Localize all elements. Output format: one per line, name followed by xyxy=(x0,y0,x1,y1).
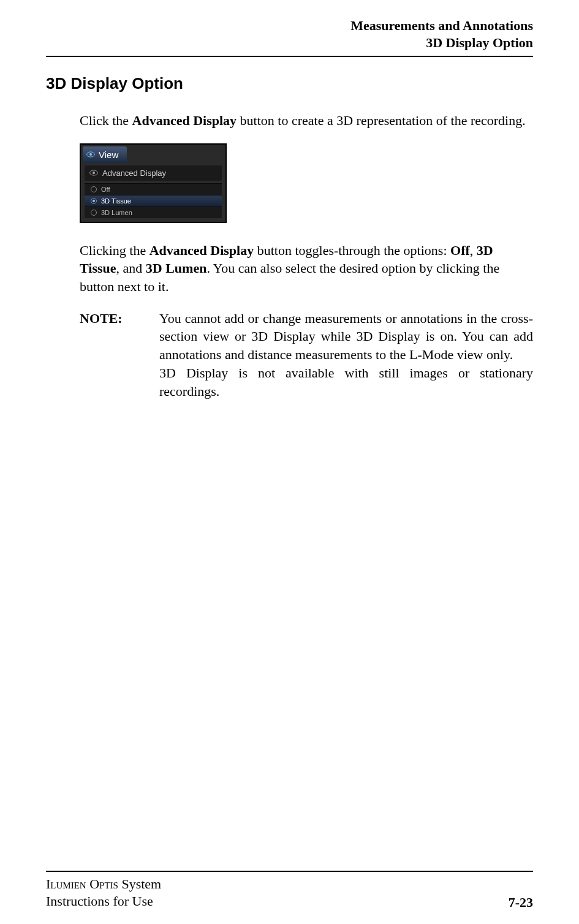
section-title: 3D Display Option xyxy=(46,74,533,93)
intro-bold: Advanced Display xyxy=(132,113,237,128)
eye-icon xyxy=(86,151,95,157)
toggle-paragraph: Clicking the Advanced Display button tog… xyxy=(80,241,533,296)
view-panel: View Advanced Display Off 3D Tissue xyxy=(80,143,227,223)
intro-post: button to create a 3D representation of … xyxy=(237,113,526,128)
option-off-label: Off xyxy=(101,186,110,193)
footer-left: Ilumien Optis System Instructions for Us… xyxy=(46,876,161,911)
footer-instructions-line: Instructions for Use xyxy=(46,893,161,911)
view-tab-label: View xyxy=(99,150,118,160)
svg-point-3 xyxy=(93,172,95,174)
b1: Advanced Display xyxy=(149,243,254,258)
view-panel-body: Advanced Display Off 3D Tissue 3D Lumen xyxy=(81,163,225,222)
b2: Off xyxy=(450,243,470,258)
footer-system-line: Ilumien Optis System xyxy=(46,876,161,893)
t2: button toggles-through the options: xyxy=(254,243,450,258)
note-block: NOTE: You cannot add or change measureme… xyxy=(80,309,533,400)
footer-sc1: Ilumien xyxy=(46,876,86,892)
header-line-1: Measurements and Annotations xyxy=(46,17,533,34)
radio-icon xyxy=(91,210,97,216)
radio-icon xyxy=(91,198,97,204)
t3: , xyxy=(470,243,477,258)
note-label: NOTE: xyxy=(80,309,159,400)
footer-sc2: Optis xyxy=(89,876,118,892)
footer-rule xyxy=(46,871,533,872)
page-header: Measurements and Annotations 3D Display … xyxy=(46,17,533,51)
t4: , and xyxy=(116,260,146,276)
header-line-2: 3D Display Option xyxy=(46,34,533,51)
intro-paragraph: Click the Advanced Display button to cre… xyxy=(80,112,533,130)
note-body: You cannot add or change measurements or… xyxy=(159,309,533,400)
svg-point-1 xyxy=(89,153,92,156)
b4: 3D Lumen xyxy=(146,260,207,276)
footer-tail: System xyxy=(118,876,161,892)
view-tab[interactable]: View xyxy=(83,146,127,163)
t1: Clicking the xyxy=(80,243,149,258)
advanced-display-button[interactable]: Advanced Display xyxy=(85,165,222,181)
radio-icon xyxy=(91,186,97,192)
eye-icon xyxy=(89,170,98,176)
option-off[interactable]: Off xyxy=(85,183,222,195)
header-rule xyxy=(46,56,533,57)
option-3d-lumen-label: 3D Lumen xyxy=(101,209,132,216)
page-footer: Ilumien Optis System Instructions for Us… xyxy=(46,871,533,911)
option-3d-tissue-label: 3D Tissue xyxy=(101,197,131,205)
intro-pre: Click the xyxy=(80,113,132,128)
option-3d-tissue[interactable]: 3D Tissue xyxy=(85,195,222,206)
page-number: 7-23 xyxy=(509,895,533,911)
advanced-display-label: Advanced Display xyxy=(102,169,166,178)
option-3d-lumen[interactable]: 3D Lumen xyxy=(85,206,222,218)
